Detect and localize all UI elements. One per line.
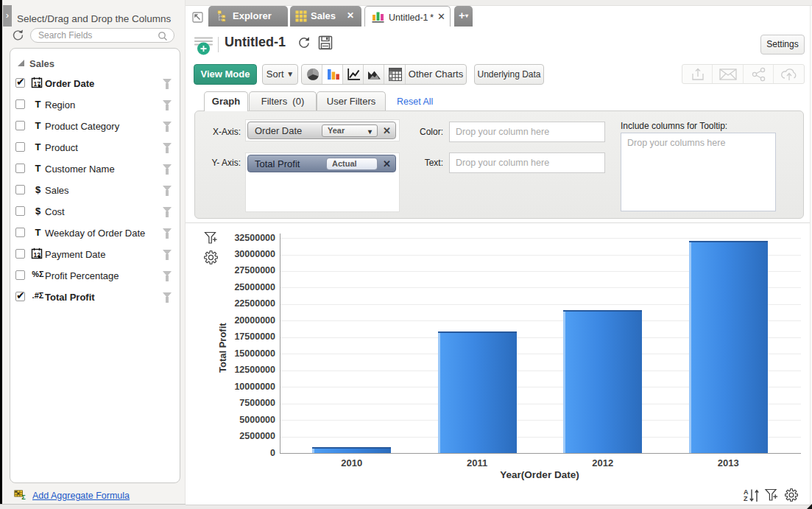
svg-text:Σ: Σ — [21, 494, 26, 500]
